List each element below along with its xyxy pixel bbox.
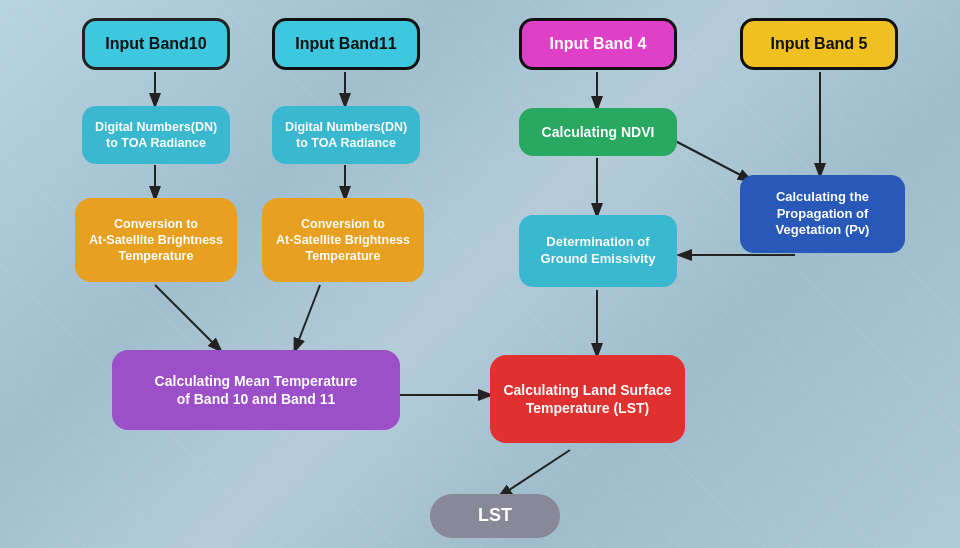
node-brightness-temp-1: Conversion to At-Satellite Brightness Te… (75, 198, 237, 282)
node-input-band5: Input Band 5 (740, 18, 898, 70)
node-input-band4: Input Band 4 (519, 18, 677, 70)
node-brightness-temp-2: Conversion to At-Satellite Brightness Te… (262, 198, 424, 282)
node-dn-toa-2: Digital Numbers(DN) to TOA Radiance (272, 106, 420, 164)
svg-line-5 (295, 285, 320, 350)
node-input-band10: Input Band10 (82, 18, 230, 70)
node-input-band11: Input Band11 (272, 18, 420, 70)
flowchart-diagram: Input Band10 Input Band11 Input Band 4 I… (0, 0, 960, 548)
node-lst-calc: Calculating Land Surface Temperature (LS… (490, 355, 685, 443)
node-emissivity: Determination of Ground Emissivity (519, 215, 677, 287)
node-mean-temp: Calculating Mean Temperature of Band 10 … (112, 350, 400, 430)
svg-line-12 (500, 450, 570, 496)
node-pv: Calculating the Propagation of Vegetatio… (740, 175, 905, 253)
node-dn-toa-1: Digital Numbers(DN) to TOA Radiance (82, 106, 230, 164)
node-lst-output: LST (430, 494, 560, 538)
svg-line-2 (155, 285, 220, 350)
node-ndvi: Calculating NDVI (519, 108, 677, 156)
